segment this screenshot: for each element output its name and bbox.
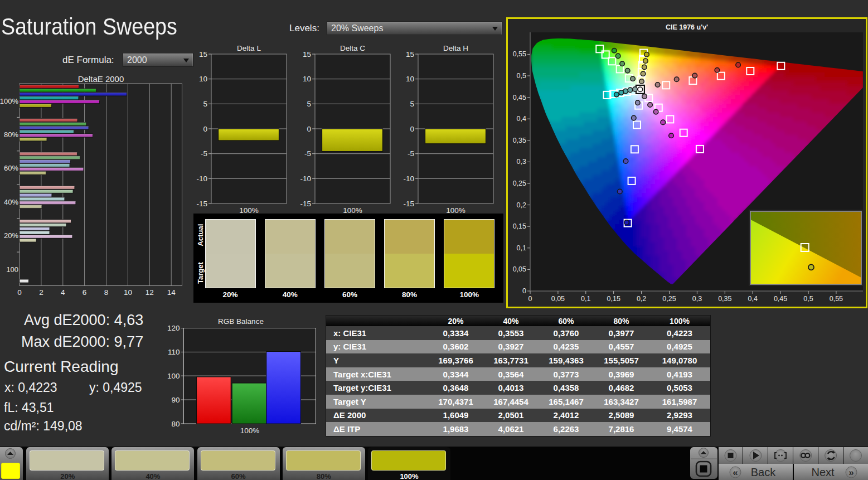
svg-text:40%: 40% (4, 198, 18, 206)
svg-text:0,3: 0,3 (517, 158, 526, 166)
svg-text:-15: -15 (403, 200, 414, 208)
svg-text:100%: 100% (0, 97, 18, 105)
svg-text:0,05: 0,05 (551, 295, 565, 303)
svg-text:-15: -15 (196, 200, 207, 208)
svg-text:«: « (733, 467, 738, 478)
svg-text:-5: -5 (201, 149, 207, 158)
svg-text:0: 0 (528, 295, 532, 303)
svg-text:120: 120 (167, 324, 180, 332)
svg-text:100: 100 (6, 265, 18, 274)
svg-text:0,1: 0,1 (517, 244, 526, 252)
svg-text:10: 10 (303, 75, 311, 83)
svg-text:0,15: 0,15 (607, 295, 620, 303)
svg-text:20%: 20% (4, 231, 18, 240)
svg-text:0,1: 0,1 (581, 295, 590, 303)
svg-text:Back: Back (750, 466, 775, 478)
svg-text:-10: -10 (300, 174, 311, 183)
svg-text:0,2: 0,2 (517, 201, 526, 209)
svg-text:RGB Balance: RGB Balance (218, 317, 264, 326)
svg-text:110: 110 (168, 348, 180, 356)
svg-text:5: 5 (307, 100, 311, 108)
svg-text:0,2: 0,2 (637, 295, 646, 303)
svg-text:0,25: 0,25 (513, 180, 526, 187)
svg-text:0,3: 0,3 (692, 295, 702, 303)
svg-text:15: 15 (199, 50, 207, 59)
svg-text:Next: Next (811, 466, 835, 478)
svg-text:-5: -5 (304, 149, 311, 158)
svg-text:DeltaE 2000: DeltaE 2000 (78, 74, 124, 84)
svg-text:0: 0 (17, 288, 22, 297)
svg-text:0,55: 0,55 (830, 295, 843, 303)
svg-text:5: 5 (203, 100, 207, 108)
svg-text:90: 90 (171, 396, 180, 404)
svg-text:100%: 100% (240, 426, 260, 435)
svg-text:0,4: 0,4 (748, 295, 758, 303)
svg-text:80: 80 (171, 420, 180, 428)
svg-text:-10: -10 (403, 174, 414, 183)
svg-text:10: 10 (406, 75, 414, 83)
svg-text:6: 6 (83, 288, 87, 297)
svg-text:15: 15 (303, 50, 311, 59)
svg-text:0,35: 0,35 (513, 137, 526, 144)
svg-text:-10: -10 (196, 174, 207, 183)
svg-text:15: 15 (406, 50, 414, 59)
svg-text:0,45: 0,45 (774, 295, 787, 303)
svg-text:0,5: 0,5 (803, 295, 813, 303)
svg-text:10: 10 (124, 288, 132, 297)
svg-text:0,45: 0,45 (513, 94, 526, 101)
svg-text:4: 4 (61, 288, 65, 297)
svg-text:CIE 1976 u'v': CIE 1976 u'v' (666, 23, 708, 31)
svg-text:8: 8 (104, 288, 109, 297)
svg-text:»: » (848, 467, 854, 478)
svg-text:0,5: 0,5 (517, 72, 526, 80)
svg-text:-5: -5 (408, 149, 414, 158)
svg-text:5: 5 (410, 100, 414, 108)
svg-text:0,55: 0,55 (513, 50, 526, 58)
svg-text:Delta H: Delta H (443, 44, 468, 52)
svg-text:Delta L: Delta L (237, 44, 261, 52)
svg-text:0,35: 0,35 (718, 295, 731, 303)
svg-text:0,4: 0,4 (517, 115, 526, 123)
svg-text:0,25: 0,25 (662, 295, 676, 303)
svg-text:0,05: 0,05 (513, 265, 526, 273)
svg-text:100: 100 (167, 372, 180, 380)
svg-text:12: 12 (146, 288, 154, 297)
svg-text:0,15: 0,15 (513, 222, 526, 230)
svg-text:-15: -15 (300, 200, 311, 208)
svg-text:0: 0 (307, 125, 311, 133)
svg-text:0: 0 (203, 125, 207, 133)
svg-text:10: 10 (199, 75, 207, 83)
svg-text:60%: 60% (4, 164, 18, 172)
svg-text:14: 14 (167, 288, 176, 297)
svg-text:Delta C: Delta C (340, 44, 365, 52)
svg-text:2: 2 (39, 288, 43, 297)
svg-text:80%: 80% (4, 130, 18, 139)
svg-text:0: 0 (410, 125, 414, 133)
svg-text:0: 0 (522, 287, 526, 295)
